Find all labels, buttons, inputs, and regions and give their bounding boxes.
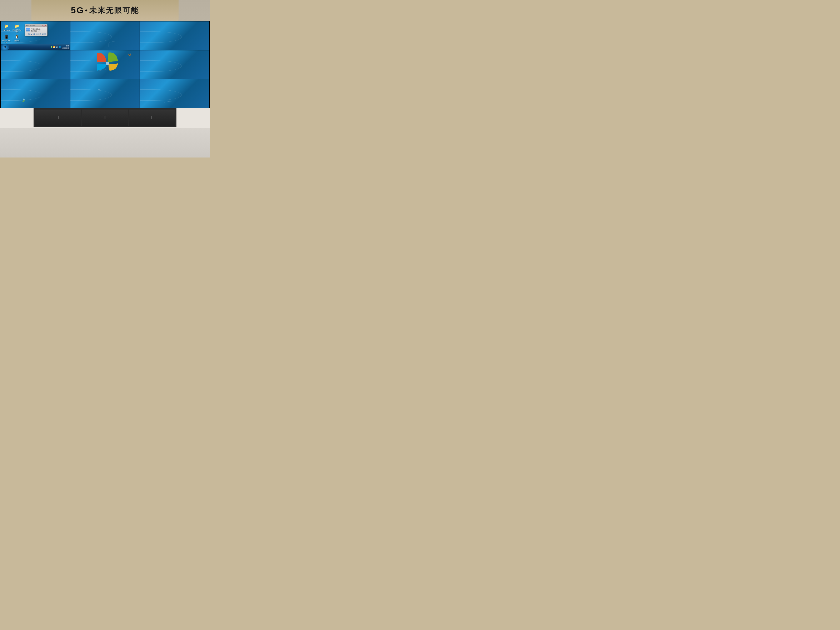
panel-1-1: 🦋 xyxy=(70,51,140,79)
floor xyxy=(0,128,210,158)
icon-label-qq: 腾讯QQ xyxy=(14,40,20,42)
panel-2-2 xyxy=(140,79,209,108)
system-tray: 🔋 📶 🔊 🌐 xyxy=(49,46,63,48)
folder-icon: 📁 xyxy=(3,23,9,29)
cabinet-handle-2 xyxy=(104,116,106,119)
icon-label-oppo: OPPO Reno8 差... xyxy=(2,40,11,43)
qq-icon: 🐧 xyxy=(14,34,20,39)
banner: 5G + 未来无限可能 xyxy=(32,0,178,21)
cabinet-door-2[interactable] xyxy=(82,110,128,126)
desktop-bg-11: 🦋 xyxy=(70,51,140,79)
popup-close-button[interactable]: ×关闭 xyxy=(42,25,46,27)
desktop-bg-22 xyxy=(140,79,209,108)
panel-0-0: 📁 Administr... 📁 游戏工具运动精灵 📱 OPPO Reno8 差… xyxy=(1,22,70,50)
usb-label: 可移动磁盘(K:) xyxy=(31,28,40,30)
start-icon: ⊞ xyxy=(3,46,6,49)
popup-title-text: 360 U盘小助手 xyxy=(25,25,35,27)
panel-1-2 xyxy=(140,51,209,79)
panel-2-0: 🍃 xyxy=(1,79,70,108)
clock-time: 2:02 xyxy=(63,45,69,47)
popup-info-text: 可移动磁盘(K:) 剩余空间: 3.0B xyxy=(31,28,40,32)
icon-label-2: 游戏工具运动精灵 xyxy=(13,29,21,33)
clock-date: 2022/6/13 xyxy=(63,47,69,49)
desktop-icon-oppo[interactable]: 📱 OPPO Reno8 差... xyxy=(2,34,11,43)
panel-1-0 xyxy=(1,51,70,79)
popup-action-scan[interactable]: ◎ 扫描 xyxy=(36,33,41,35)
cabinet-handle-1 xyxy=(58,116,58,119)
battery-icon: 🔋 xyxy=(50,46,52,48)
5g-label: 5G xyxy=(71,5,84,16)
globe-icon: 🌐 xyxy=(59,46,61,48)
taskbar[interactable]: ⊞ 🔋 📶 🔊 🌐 2:02 2022/6/13 xyxy=(1,44,70,50)
desktop-icon-gametools[interactable]: 📁 游戏工具运动精灵 xyxy=(12,23,22,33)
360-usb-popup[interactable]: 360 U盘小助手 ×关闭 USB 可移动磁盘(K:) 剩余空间: 3.0B ▶… xyxy=(25,24,47,36)
usb-space: 剩余空间: 3.0B xyxy=(31,30,40,32)
panel-0-1 xyxy=(70,22,140,50)
storage-cabinet xyxy=(33,108,176,127)
volume-icon: 🔊 xyxy=(56,46,58,48)
desktop-icon-administrator[interactable]: 📁 Administr... xyxy=(2,23,11,33)
video-wall: 📁 Administr... 📁 游戏工具运动精灵 📱 OPPO Reno8 差… xyxy=(0,21,210,108)
cabinet-handle-3 xyxy=(152,116,152,119)
desktop-background: 📁 Administr... 📁 游戏工具运动精灵 📱 OPPO Reno8 差… xyxy=(1,22,70,50)
tray-icons: 🔋 📶 🔊 🌐 xyxy=(50,46,61,48)
desktop-bg-01 xyxy=(70,22,140,50)
desktop-bg-10 xyxy=(1,51,70,79)
plus-sign: + xyxy=(85,8,88,13)
panel-0-2 xyxy=(140,22,209,50)
svg-point-6 xyxy=(106,62,109,65)
system-clock: 2:02 2022/6/13 xyxy=(63,45,70,49)
desktop-icon-qq[interactable]: 🐧 腾讯QQ xyxy=(12,34,22,43)
folder-icon-2: 📁 xyxy=(14,23,20,29)
popup-action-settings[interactable]: ⚙ 设置 xyxy=(42,33,46,35)
popup-body: USB 可移动磁盘(K:) 剩余空间: 3.0B xyxy=(25,27,47,33)
banner-text: 5G + 未来无限可能 xyxy=(71,5,139,16)
popup-action-view[interactable]: ■ 查看 xyxy=(31,33,35,35)
popup-title-bar: 360 U盘小助手 ×关闭 xyxy=(25,24,47,27)
cabinet-door-1[interactable] xyxy=(35,110,81,126)
popup-action-open[interactable]: ▶ 开启 xyxy=(25,33,30,35)
desktop-bg-02 xyxy=(140,22,209,50)
slogan-text: 未来无限可能 xyxy=(89,5,139,16)
room-background: 5G + 未来无限可能 📁 Administr... 📁 游戏工具运动精灵 xyxy=(0,0,210,158)
popup-actions-bar: ▶ 开启 ■ 查看 ◎ 扫描 ⚙ 设置 xyxy=(25,33,47,36)
network-tray-icon: 📶 xyxy=(53,46,55,48)
panel-2-1: ✛ xyxy=(70,79,140,108)
start-button[interactable]: ⊞ xyxy=(1,44,9,50)
desktop-bg-21: ✛ xyxy=(70,79,140,108)
desktop-bg-20: 🍃 xyxy=(1,79,70,108)
cabinet-door-3[interactable] xyxy=(129,110,175,126)
desktop-bg-12 xyxy=(140,51,209,79)
phone-icon: 📱 xyxy=(3,34,9,39)
icon-label: Administr... xyxy=(3,29,10,31)
usb-drive-icon: USB xyxy=(25,28,30,32)
